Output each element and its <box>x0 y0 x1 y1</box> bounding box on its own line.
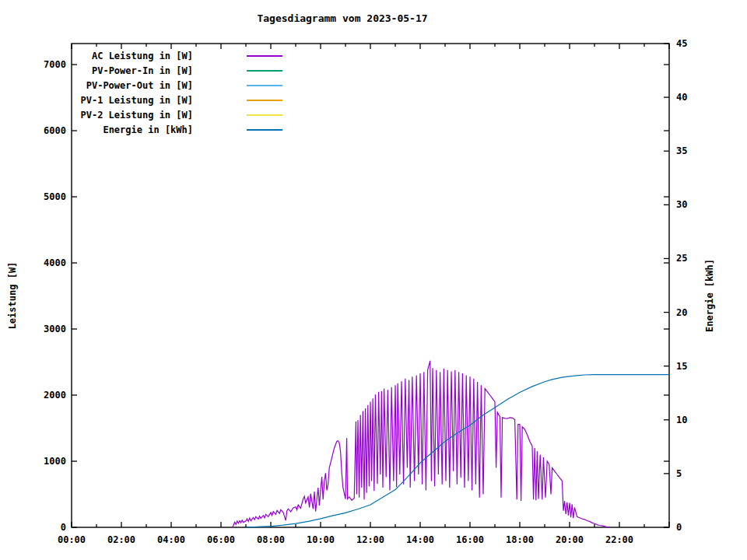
x-tick-label: 16:00 <box>456 534 484 545</box>
y-right-tick-label: 5 <box>676 468 682 479</box>
chart: Tagesdiagramm vom 2023-05-17 Leistung [W… <box>0 0 747 560</box>
x-tick-label: 18:00 <box>506 534 534 545</box>
y-left-tick-label: 7000 <box>44 59 66 70</box>
y-right-tick-label: 15 <box>676 361 687 372</box>
y-right-tick-label: 20 <box>676 307 687 318</box>
y-right-tick-label: 40 <box>676 92 687 103</box>
y-right-tick-label: 45 <box>676 38 687 49</box>
x-tick-label: 08:00 <box>257 534 285 545</box>
x-tick-label: 02:00 <box>107 534 135 545</box>
plot-border <box>72 44 669 527</box>
y-left-tick-label: 5000 <box>44 191 66 202</box>
y-right-tick-label: 0 <box>676 522 682 533</box>
y-left-tick-label: 1000 <box>44 456 66 467</box>
x-tick-label: 10:00 <box>307 534 335 545</box>
x-tick-label: 06:00 <box>207 534 235 545</box>
y-left-tick-label: 3000 <box>44 324 66 334</box>
y-left-tick-label: 0 <box>61 522 66 533</box>
y-left-tick-label: 4000 <box>44 257 66 268</box>
x-tick-label: 20:00 <box>556 534 584 545</box>
x-tick-label: 00:00 <box>58 534 86 545</box>
plot-area: 00:0002:0004:0006:0008:0010:0012:0014:00… <box>0 0 747 560</box>
y-right-tick-label: 30 <box>676 199 687 210</box>
y-right-tick-label: 35 <box>676 145 687 156</box>
y-left-tick-label: 2000 <box>44 390 66 401</box>
series-ac-leistung-in-w- <box>232 361 609 527</box>
x-tick-label: 14:00 <box>406 534 434 545</box>
y-right-tick-label: 10 <box>676 415 687 425</box>
x-tick-label: 22:00 <box>605 534 633 545</box>
y-right-tick-label: 25 <box>676 253 687 264</box>
x-tick-label: 04:00 <box>157 534 185 545</box>
y-left-tick-label: 6000 <box>44 125 66 136</box>
x-tick-label: 12:00 <box>356 534 384 545</box>
